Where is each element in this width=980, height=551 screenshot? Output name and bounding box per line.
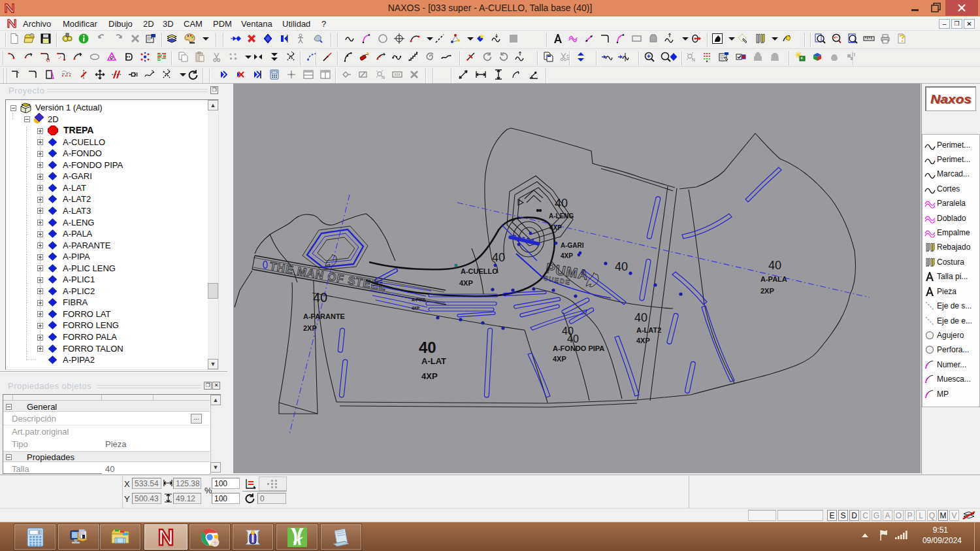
svg-text:A-FONDO PIPA: A-FONDO PIPA: [553, 344, 604, 352]
svg-text:A-PALA: A-PALA: [760, 275, 787, 283]
svg-text:A-LENG: A-LENG: [549, 212, 574, 220]
svg-text:4XP: 4XP: [553, 355, 566, 363]
svg-text:A-CUELLO: A-CUELLO: [461, 267, 498, 275]
svg-text:4XP: 4XP: [459, 279, 473, 287]
svg-text:4XP: 4XP: [412, 306, 420, 310]
svg-text:A-LAT: A-LAT: [421, 356, 446, 366]
svg-text:A-GARI: A-GARI: [561, 242, 584, 249]
svg-text:A-PIPA: A-PIPA: [412, 297, 426, 302]
svg-text:4XP: 4XP: [421, 371, 438, 381]
svg-text:N: N: [382, 75, 385, 80]
svg-text:A-LAT2: A-LAT2: [636, 326, 661, 334]
svg-text:40: 40: [634, 311, 647, 324]
svg-text:40: 40: [615, 260, 628, 273]
svg-text:40: 40: [313, 290, 327, 305]
svg-text:2XP: 2XP: [303, 324, 317, 332]
svg-text:40: 40: [567, 333, 579, 344]
svg-text:4XP: 4XP: [636, 337, 650, 344]
svg-text:40: 40: [419, 339, 436, 356]
svg-text:4XP: 4XP: [561, 252, 573, 259]
svg-text:N: N: [692, 58, 695, 62]
svg-text:40: 40: [768, 259, 781, 272]
svg-text:A-PARANTE: A-PARANTE: [303, 312, 345, 320]
svg-text:2XP: 2XP: [760, 287, 774, 295]
svg-text:4XP: 4XP: [549, 224, 562, 231]
svg-text:40: 40: [555, 197, 568, 210]
svg-text:40: 40: [492, 251, 505, 264]
